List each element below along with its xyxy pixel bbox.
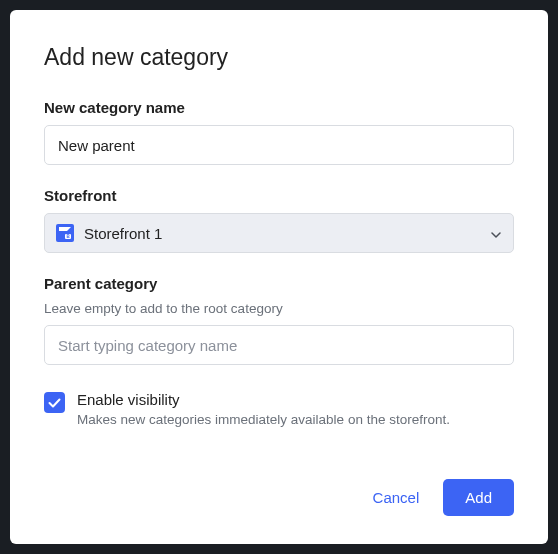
add-category-modal: Add new category New category name Store… [10, 10, 548, 544]
category-name-field: New category name [44, 99, 514, 165]
storefront-select-value: Storefront 1 [84, 225, 162, 242]
storefront-icon: B [56, 224, 74, 242]
visibility-label: Enable visibility [77, 391, 450, 408]
modal-footer: Cancel Add [44, 479, 514, 516]
storefront-select[interactable]: B Storefront 1 [44, 213, 514, 253]
visibility-checkbox[interactable] [44, 392, 65, 413]
parent-category-hint: Leave empty to add to the root category [44, 301, 514, 316]
visibility-hint: Makes new categories immediately availab… [77, 412, 450, 427]
parent-category-label: Parent category [44, 275, 514, 292]
modal-title: Add new category [44, 44, 514, 71]
storefront-label: Storefront [44, 187, 514, 204]
cancel-button[interactable]: Cancel [367, 481, 426, 514]
add-button[interactable]: Add [443, 479, 514, 516]
storefront-field: Storefront B Storefront 1 [44, 187, 514, 253]
category-name-input[interactable] [44, 125, 514, 165]
parent-category-field: Parent category Leave empty to add to th… [44, 275, 514, 365]
visibility-checkbox-row: Enable visibility Makes new categories i… [44, 391, 514, 427]
svg-rect-0 [56, 224, 74, 242]
parent-category-input[interactable] [44, 325, 514, 365]
check-icon [48, 398, 61, 408]
category-name-label: New category name [44, 99, 514, 116]
